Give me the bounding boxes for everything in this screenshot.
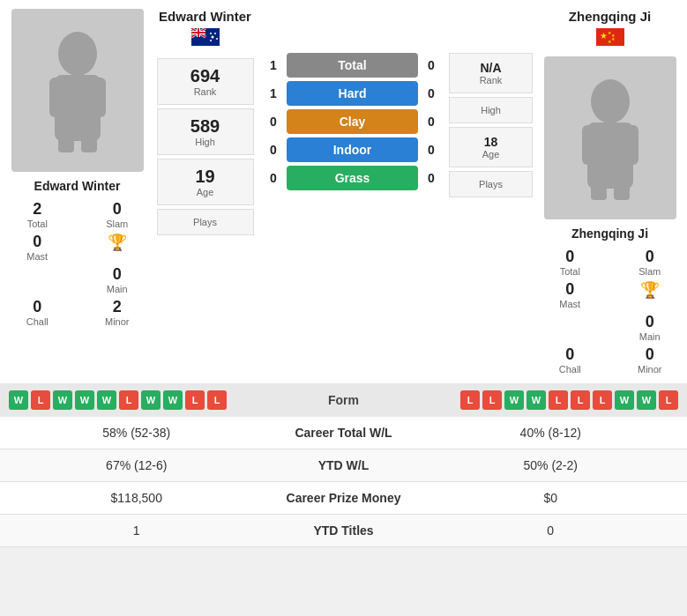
comp-left-val: 1 [260,58,287,72]
right-player-header: Zhengqing Ji [569,9,651,24]
left-avatar-silhouette [42,29,113,152]
svg-rect-33 [614,181,630,200]
career-stat-right: $0 [432,491,670,505]
svg-point-17 [211,36,213,39]
left-mast-stat: 0 Mast [4,233,71,262]
right-rank-label: Rank [453,75,528,85]
left-mast-label: Mast [26,251,48,262]
right-mast-label: Mast [559,299,580,309]
form-badge-l: L [549,390,568,410]
career-stat-left: 67% (12-6) [18,458,256,472]
right-plays-label: Plays [453,179,528,189]
form-badge-w: W [141,390,161,410]
main-container: Edward Winter 2 Total 0 Slam 0 Mast 🏆 [0,0,687,547]
right-trophy-center: 🏆 [617,280,683,309]
comp-badge-hard: Hard [287,81,418,106]
form-badge-w: W [97,390,116,410]
comparison-row: 0 Indoor 0 [260,137,444,162]
right-player-name: Zhengqing Ji [571,226,648,241]
left-chall-label: Chall [26,316,49,327]
comp-badge-clay: Clay [287,109,418,134]
right-mid-block: N/A Rank High 18 Age Plays [449,0,533,383]
svg-point-18 [210,33,212,34]
top-area: Edward Winter 2 Total 0 Slam 0 Mast 🏆 [0,0,687,383]
comp-badge-total-label: Total [287,53,418,78]
form-badge-l: L [119,390,138,410]
left-mid-block: Edward Winter [154,0,256,383]
left-chall-value: 0 [33,298,41,316]
left-total-value: 2 [33,200,41,219]
form-badge-w: W [526,390,546,410]
stats-row: 67% (12-6) YTD W/L 50% (2-2) [0,449,687,482]
left-minor-label: Minor [105,316,130,327]
svg-text:★: ★ [600,31,608,41]
svg-point-19 [214,33,216,34]
right-main-stat: 0 Main [617,313,683,342]
svg-rect-30 [582,125,598,165]
right-chall-value: 0 [565,345,574,364]
career-stat-left: 58% (52-38) [18,426,256,440]
comp-badge-indoor: Indoor [287,137,418,162]
left-high-label: High [161,137,250,147]
right-total-label: Total [560,266,580,277]
right-high-box: High [449,97,533,123]
right-main-value: 0 [646,313,654,331]
form-badge-l: L [593,390,612,410]
au-flag-icon [191,28,220,46]
career-stat-center: Career Prize Money [256,491,432,505]
right-slam-value: 0 [646,248,654,266]
left-form-badges: WLWWWLWWLL [9,390,227,410]
right-total-stat: 0 Total [537,248,603,277]
left-stats-grid: 2 Total 0 Slam 0 Mast 🏆 0 Main [4,200,150,327]
right-player-name-top: Zhengqing Ji [569,9,651,24]
center-comparison-block: 1 Total 0 1 Hard 0 0 Clay 0 0 Indoor 0 0… [256,0,449,383]
right-avatar-silhouette [575,77,646,200]
form-badge-l: L [571,390,590,410]
left-player-name: Edward Winter [34,179,121,193]
comp-left-val: 0 [260,143,287,157]
right-slam-label: Slam [638,266,661,277]
svg-point-20 [216,38,218,40]
svg-rect-16 [191,32,205,33]
right-player-avatar [544,56,676,219]
left-slam-label: Slam [106,219,128,229]
right-rank-value: N/A [453,61,528,75]
comp-left-val: 0 [260,171,287,185]
form-badge-w: W [163,390,183,410]
form-badge-w: W [637,390,656,410]
left-rank-label: Rank [161,86,250,97]
comparison-row: 0 Grass 0 [260,166,444,190]
comp-right-val: 0 [418,58,444,72]
comparison-row: 0 Clay 0 [260,109,444,134]
comp-left-val: 0 [260,115,287,129]
left-player-block: Edward Winter 2 Total 0 Slam 0 Mast 🏆 [0,0,154,383]
left-minor-value: 2 [113,298,122,316]
career-stat-left: $118,500 [18,491,256,505]
left-rank-value: 694 [161,66,250,86]
svg-rect-5 [81,133,97,152]
right-minor-value: 0 [646,345,654,364]
form-badge-l: L [460,390,480,410]
form-badge-l: L [207,390,227,410]
stats-table: 58% (52-38) Career Total W/L 40% (8-12) … [0,417,687,547]
comparison-row: 1 Hard 0 [260,81,444,106]
left-mast-value: 0 [33,233,41,251]
form-badge-w: W [504,390,524,410]
right-chall-label: Chall [559,364,581,375]
left-main-value: 0 [113,265,122,284]
form-badge-l: L [659,390,678,410]
comp-right-val: 0 [418,115,444,129]
career-stat-left: 1 [18,523,256,538]
right-rank-box: N/A Rank [449,53,533,93]
form-badge-w: W [53,390,72,410]
career-stat-right: 50% (2-2) [432,458,670,472]
right-high-label: High [453,105,528,115]
stats-row: 58% (52-38) Career Total W/L 40% (8-12) [0,417,687,449]
right-chall-stat: 0 Chall [537,345,603,375]
right-minor-stat: 0 Minor [617,345,683,375]
right-age-value: 18 [453,135,528,149]
left-high-value: 589 [161,116,250,137]
left-main-stat: 0 Main [85,265,151,294]
comp-left-val: 1 [260,86,287,100]
form-badge-w: W [75,390,94,410]
